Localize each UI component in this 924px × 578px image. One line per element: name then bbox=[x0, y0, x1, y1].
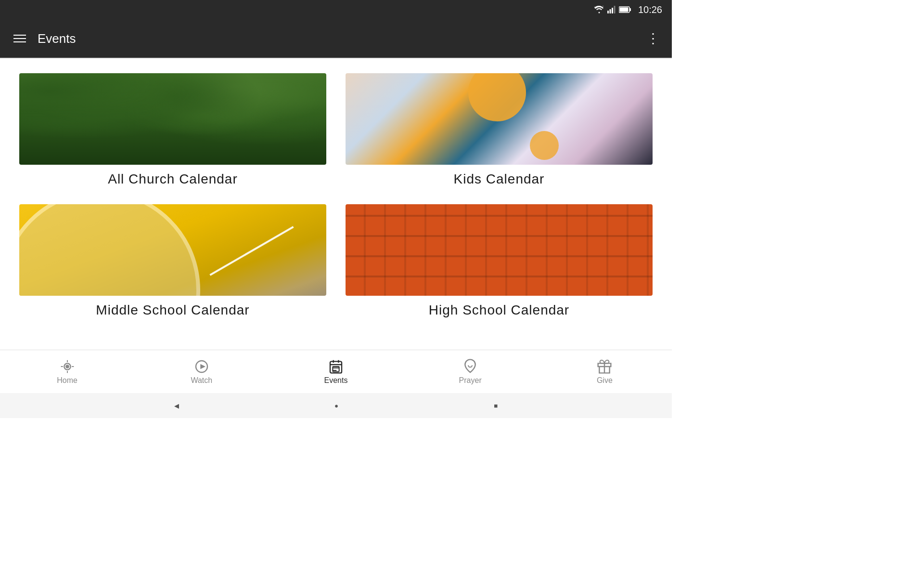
prayer-nav-label: Prayer bbox=[459, 376, 482, 385]
app-title: Events bbox=[38, 31, 76, 46]
wifi-icon bbox=[594, 6, 604, 13]
more-options-button[interactable]: ⋮ bbox=[646, 32, 660, 45]
middle-school-image bbox=[19, 204, 326, 296]
recents-button[interactable]: ■ bbox=[494, 402, 498, 409]
hamburger-line-3 bbox=[13, 41, 26, 42]
svg-rect-0 bbox=[607, 11, 609, 13]
prayer-icon bbox=[462, 359, 478, 374]
events-nav-label: Events bbox=[324, 376, 348, 385]
nav-home[interactable]: Home bbox=[38, 355, 96, 389]
svg-marker-10 bbox=[200, 364, 205, 369]
hamburger-line-1 bbox=[13, 35, 26, 36]
svg-rect-15 bbox=[333, 367, 339, 372]
hamburger-line-2 bbox=[13, 38, 26, 39]
all-church-image bbox=[19, 73, 326, 165]
nav-prayer[interactable]: Prayer bbox=[441, 355, 499, 389]
status-time: 10:26 bbox=[638, 4, 662, 15]
nav-events[interactable]: Events bbox=[307, 355, 365, 389]
kids-label: Kids Calendar bbox=[346, 165, 653, 190]
menu-button[interactable] bbox=[12, 33, 28, 44]
high-school-card[interactable]: High School Calendar bbox=[346, 204, 653, 321]
app-bar: Events ⋮ bbox=[0, 19, 672, 58]
back-button[interactable]: ◀ bbox=[174, 402, 179, 409]
system-nav-bar: ◀ ● ■ bbox=[0, 393, 672, 418]
all-church-card[interactable]: All Church Calendar bbox=[19, 73, 326, 190]
status-bar: 10:26 bbox=[0, 0, 672, 19]
main-content: All Church Calendar Kids Calendar Middle… bbox=[0, 59, 672, 330]
kids-image bbox=[346, 73, 653, 165]
bottom-nav: Home Watch Events Prayer bbox=[0, 350, 672, 393]
status-icons: 10:26 bbox=[594, 4, 662, 15]
svg-rect-3 bbox=[614, 6, 615, 13]
nav-give[interactable]: Give bbox=[576, 355, 633, 389]
watch-icon bbox=[194, 359, 209, 374]
svg-point-8 bbox=[66, 365, 68, 368]
watch-nav-label: Watch bbox=[191, 376, 212, 385]
give-nav-label: Give bbox=[597, 376, 613, 385]
svg-rect-2 bbox=[612, 8, 613, 13]
home-icon bbox=[60, 359, 75, 374]
all-church-label: All Church Calendar bbox=[19, 165, 326, 190]
svg-rect-5 bbox=[629, 8, 631, 11]
middle-school-card[interactable]: Middle School Calendar bbox=[19, 204, 326, 321]
give-icon bbox=[597, 359, 612, 374]
signal-icon bbox=[607, 6, 616, 13]
kids-card[interactable]: Kids Calendar bbox=[346, 73, 653, 190]
app-bar-left: Events bbox=[12, 31, 76, 46]
high-school-image bbox=[346, 204, 653, 296]
battery-icon bbox=[619, 6, 631, 13]
svg-rect-1 bbox=[609, 9, 611, 13]
home-button[interactable]: ● bbox=[334, 402, 338, 409]
middle-school-label: Middle School Calendar bbox=[19, 296, 326, 321]
events-icon bbox=[328, 359, 344, 374]
nav-watch[interactable]: Watch bbox=[173, 355, 231, 389]
svg-rect-6 bbox=[619, 8, 628, 12]
home-nav-label: Home bbox=[57, 376, 77, 385]
high-school-label: High School Calendar bbox=[346, 296, 653, 321]
